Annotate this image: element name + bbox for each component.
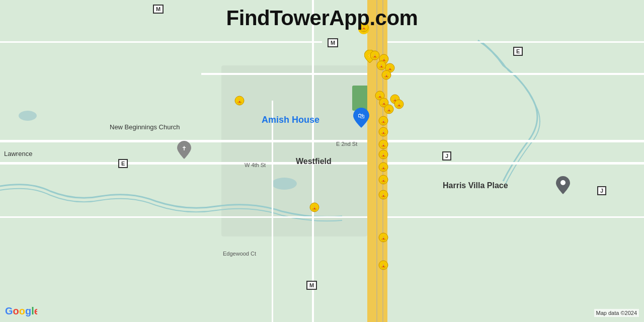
- map-data-text: Map data ©2024: [594, 309, 639, 317]
- google-logo: Google: [5, 305, 37, 317]
- w4th-st-label: W 4th St: [245, 162, 266, 168]
- svg-point-1: [272, 178, 297, 190]
- road-sign-j2: J: [597, 186, 606, 195]
- road-sign-m1: M: [153, 5, 164, 14]
- road-north1-east: [367, 73, 644, 75]
- road-county-e-north-east: [367, 41, 644, 43]
- road-sign-j1: J: [442, 151, 451, 160]
- road-sign-m3: M: [306, 281, 317, 290]
- svg-text:Google: Google: [5, 305, 37, 316]
- amish-house-marker[interactable]: 🛍: [353, 108, 369, 130]
- road-north1: [201, 73, 367, 75]
- highway-divider2: [382, 0, 383, 322]
- edgewood-ct-label: Edgewood Ct: [223, 251, 256, 257]
- westfield-label: Westfield: [296, 157, 332, 166]
- svg-text:🛍: 🛍: [358, 112, 365, 120]
- road-v-west: [272, 101, 273, 322]
- page-title: FindTowerApp.com: [226, 6, 418, 30]
- road-e2nd-east: [367, 140, 644, 142]
- amish-house-label: Amish House: [262, 115, 319, 125]
- svg-point-0: [19, 111, 37, 121]
- tower-marker-2[interactable]: ⚡: [364, 50, 375, 63]
- lawrence-label: Lawrence: [4, 150, 32, 157]
- svg-point-9: [560, 180, 566, 185]
- e2nd-st-label: E 2nd St: [336, 141, 357, 147]
- road-w4th-east: [367, 162, 644, 165]
- road-sign-e1: E: [513, 47, 523, 56]
- road-south1-east: [367, 216, 644, 218]
- harris-villa-marker[interactable]: [556, 176, 570, 196]
- church-marker[interactable]: ✝: [177, 141, 191, 161]
- highway-divider: [376, 0, 377, 322]
- road-county-e-north: [0, 41, 322, 43]
- new-beginnings-church-label: New Beginnings Church: [110, 123, 180, 131]
- map-container[interactable]: FindTowerApp.com M M M E E J J 📡 ⚡: [0, 0, 644, 322]
- harris-villa-place-label: Harris Villa Place: [443, 181, 508, 190]
- svg-text:✝: ✝: [182, 145, 187, 152]
- road-sign-m2: M: [328, 38, 338, 47]
- road-sign-e2: E: [118, 159, 128, 168]
- svg-text:⚡: ⚡: [367, 52, 373, 59]
- highway-main: [367, 0, 387, 322]
